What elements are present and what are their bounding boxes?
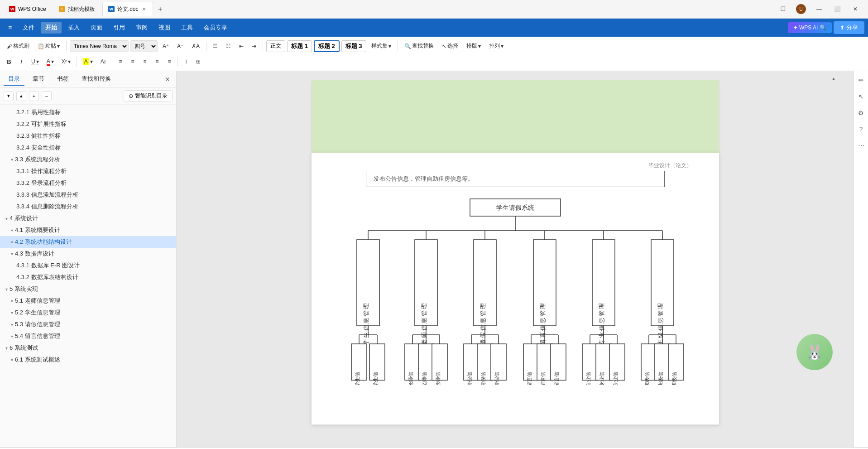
italic-button[interactable]: I: [16, 56, 27, 68]
toolbar-sep4: [398, 41, 398, 51]
close-sidebar-button[interactable]: ✕: [163, 74, 173, 84]
toc-item[interactable]: 4.3.2 数据库表结构设计: [0, 271, 176, 283]
toc-nav-down[interactable]: ▾: [4, 91, 14, 101]
align-center-button[interactable]: ≡: [127, 56, 138, 68]
style-normal-button[interactable]: 正文: [266, 40, 285, 52]
wps-ai-button[interactable]: ✦ WPS AI 🔍: [788, 22, 832, 33]
line-spacing-button[interactable]: ↕: [181, 56, 192, 68]
font-decrease-button[interactable]: A⁻: [174, 40, 187, 52]
toc-item[interactable]: ▾4.1 系统概要设计: [0, 224, 176, 236]
menu-tools[interactable]: 工具: [177, 22, 197, 34]
toc-item[interactable]: ▾4 系统设计: [0, 212, 176, 224]
menu-reference[interactable]: 引用: [109, 22, 129, 34]
cursor-icon-button[interactable]: ↖: [856, 91, 867, 102]
tab-wps-office[interactable]: W WPS Office: [4, 2, 52, 16]
menu-page[interactable]: 页面: [86, 22, 107, 34]
char-border-button[interactable]: A⃝: [97, 56, 109, 68]
scroll-up-button[interactable]: ▲: [830, 75, 837, 82]
distribute-button[interactable]: ≡: [164, 56, 175, 68]
toc-item[interactable]: ▾4.3 数据库设计: [0, 248, 176, 260]
toolbar: 🖌 格式刷 📋 粘贴 ▾ Times New Roma 四号 A⁺ A⁻ ✗A …: [0, 37, 868, 71]
bullet-list-button[interactable]: ☰: [210, 40, 221, 52]
share-button[interactable]: ⬆ 分享: [834, 21, 864, 34]
toc-item[interactable]: 3.2.3 健壮性指标: [0, 130, 176, 142]
sidebar-tab-findreplace[interactable]: 查找和替换: [77, 73, 115, 86]
menu-start[interactable]: 开始: [41, 22, 62, 34]
format-brush-button[interactable]: 🖌 格式刷: [4, 40, 33, 52]
menu-member[interactable]: 会员专享: [199, 22, 232, 34]
bold-button[interactable]: B: [4, 56, 14, 68]
toc-nav-up[interactable]: ▴: [16, 91, 26, 101]
toc-item[interactable]: 3.2.2 可扩展性指标: [0, 118, 176, 130]
window-controls: ❐ U — ⬜ ✕: [774, 3, 864, 15]
increase-indent-button[interactable]: ⇥: [249, 40, 259, 52]
style-header2-button[interactable]: 标题 2: [314, 40, 340, 52]
toc-expand[interactable]: +: [29, 91, 39, 101]
menu-view[interactable]: 视图: [154, 22, 175, 34]
toc-item[interactable]: 3.3.3 信息添加流程分析: [0, 189, 176, 201]
help-icon-button[interactable]: ?: [856, 124, 867, 135]
columns-icon: ▾: [501, 43, 504, 49]
arrange-button[interactable]: 排版▾: [463, 40, 484, 52]
close-button[interactable]: ✕: [846, 3, 864, 15]
find-replace-button[interactable]: 🔍查找替换: [401, 40, 437, 52]
toc-item[interactable]: ▾5.1 老师信息管理: [0, 295, 176, 307]
toc-item[interactable]: ▾5.2 学生信息管理: [0, 307, 176, 319]
wps-ai-icon: ✦: [793, 25, 797, 31]
tab-doc[interactable]: W 论文.doc ✕: [102, 2, 153, 16]
ai-toc-button[interactable]: ⊙ 智能识别目录: [124, 90, 173, 101]
toc-item[interactable]: 4.3.1 数据库 E-R 图设计: [0, 260, 176, 271]
toc-item[interactable]: ▾6.1 系统测试概述: [0, 354, 176, 366]
align-right-button[interactable]: ≡: [139, 56, 150, 68]
style-header3-button[interactable]: 标题 3: [341, 40, 366, 52]
menu-review[interactable]: 审阅: [131, 22, 152, 34]
more-icon-button[interactable]: ⋯: [856, 140, 867, 151]
borders-button[interactable]: ⊞: [193, 56, 204, 68]
profile-button[interactable]: U: [792, 3, 810, 15]
font-family-select[interactable]: Times New Roma: [70, 40, 129, 52]
edit-icon-button[interactable]: ✏: [856, 75, 867, 86]
style-header1-button[interactable]: 标题 1: [287, 40, 312, 52]
toc-item[interactable]: ▾5.3 请假信息管理: [0, 319, 176, 330]
add-tab-button[interactable]: ＋: [155, 4, 166, 14]
columns-button[interactable]: 排列▾: [486, 40, 507, 52]
numbered-list-button[interactable]: ☷: [223, 40, 234, 52]
toc-collapse[interactable]: −: [42, 91, 52, 101]
toc-item[interactable]: ▾5.4 留言信息管理: [0, 330, 176, 342]
menu-insert[interactable]: 插入: [63, 22, 84, 34]
toc-item[interactable]: 3.3.4 信息删除流程分析: [0, 201, 176, 212]
toc-item[interactable]: ▾4.2 系统功能结构设计: [0, 236, 176, 248]
justify-button[interactable]: ≡: [152, 56, 163, 68]
toc-item[interactable]: 3.3.1 操作流程分析: [0, 165, 176, 177]
underline-button[interactable]: U▾: [28, 56, 42, 68]
sidebar-tab-toc[interactable]: 目录: [4, 73, 24, 86]
font-size-select[interactable]: 四号: [130, 40, 158, 52]
toc-item[interactable]: ▾3.3 系统流程分析: [0, 154, 176, 165]
sidebar-tab-chapter[interactable]: 章节: [28, 73, 49, 86]
align-left-button[interactable]: ≡: [115, 56, 126, 68]
highlight-button[interactable]: A▾: [80, 56, 96, 68]
toc-item[interactable]: 3.2.4 安全性指标: [0, 142, 176, 154]
toc-item[interactable]: ▾5 系统实现: [0, 283, 176, 295]
hamburger-menu[interactable]: ≡: [4, 21, 16, 34]
select-button[interactable]: ↖选择: [439, 40, 461, 52]
tab-template[interactable]: T 找稻壳模板: [53, 2, 101, 16]
paste-button[interactable]: 📋 粘贴 ▾: [34, 40, 63, 52]
settings-icon-button[interactable]: ⚙: [856, 107, 867, 118]
maximize-button[interactable]: ⬜: [828, 3, 846, 15]
toc-item[interactable]: 3.3.2 登录流程分析: [0, 177, 176, 189]
style-gallery-button[interactable]: 样式集▾: [368, 40, 394, 52]
font-increase-button[interactable]: A⁺: [159, 40, 172, 52]
superscript-button[interactable]: X²▾: [58, 56, 74, 68]
restore-window-button[interactable]: ❐: [774, 3, 792, 15]
menu-file[interactable]: 文件: [18, 22, 39, 34]
sidebar-tab-bookmark[interactable]: 书签: [53, 73, 73, 86]
font-color-button[interactable]: A▾: [43, 56, 57, 68]
doc-area[interactable]: 毕业设计（论文） 发布公告信息，管理自助租房信息等。 学生请假系统: [177, 71, 854, 447]
minimize-button[interactable]: —: [810, 3, 828, 15]
decrease-indent-button[interactable]: ⇤: [236, 40, 247, 52]
toc-item[interactable]: ▾6 系统测试: [0, 342, 176, 354]
clear-format-button[interactable]: ✗A: [188, 40, 203, 52]
tab-close-icon[interactable]: ✕: [141, 6, 147, 12]
toc-item[interactable]: 3.2.1 易用性指标: [0, 106, 176, 118]
